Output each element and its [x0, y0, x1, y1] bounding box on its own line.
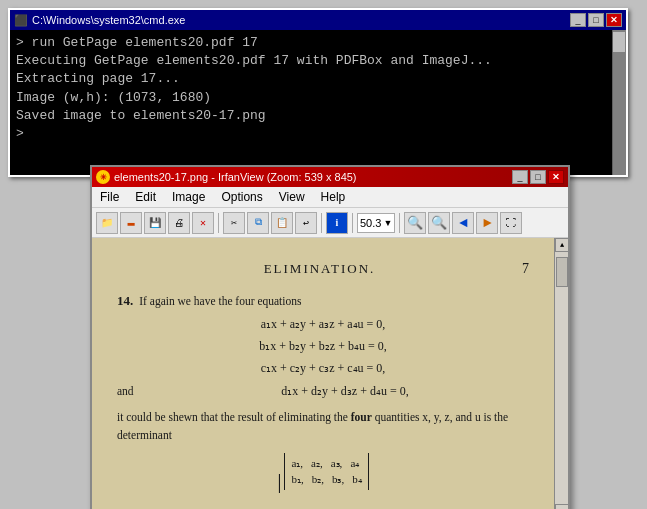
- irfan-app-icon: ✳: [96, 170, 110, 184]
- page-content: ELIMINATION. 7 14. If again we have the …: [92, 238, 554, 509]
- copy-button[interactable]: ⧉: [247, 212, 269, 234]
- undo-button[interactable]: ↩: [295, 212, 317, 234]
- cmd-scrollbar-thumb: [613, 32, 625, 52]
- irfan-minimize-button[interactable]: _: [512, 170, 528, 184]
- irfan-vscrollbar[interactable]: ▲ ▼: [554, 238, 568, 509]
- det-left-bracket: |: [277, 468, 281, 493]
- det-cell-a3: a₃,: [331, 455, 343, 472]
- det-row-1: a₁, a₂, a₃, a₄: [291, 455, 361, 472]
- info-button[interactable]: i: [326, 212, 348, 234]
- page-header: ELIMINATION. 7: [117, 258, 529, 279]
- cmd-title: C:\Windows\system32\cmd.exe: [32, 14, 185, 26]
- body-text-1: it could be shewn that the result of eli…: [117, 411, 348, 423]
- cmd-titlebar-buttons: _ □ ✕: [570, 13, 622, 27]
- undo-icon: ↩: [303, 217, 309, 229]
- equation-4: d₁x + d₂y + d₃z + d₄u = 0,: [161, 382, 529, 400]
- zoom-out-icon: 🔍: [431, 215, 447, 231]
- det-cell-a4: a₄: [350, 455, 359, 472]
- paste-button[interactable]: 📋: [271, 212, 293, 234]
- vscroll-track: [555, 252, 568, 504]
- zoom-box: 50.3 ▼: [357, 213, 395, 233]
- vscroll-down-button[interactable]: ▼: [555, 504, 568, 509]
- cut-button[interactable]: ✂: [223, 212, 245, 234]
- print-button[interactable]: 🖨: [168, 212, 190, 234]
- irfan-maximize-button[interactable]: □: [530, 170, 546, 184]
- prev-button[interactable]: ◄: [452, 212, 474, 234]
- cmd-line-4: Image (w,h): (1073, 1680): [16, 89, 620, 107]
- cmd-content: > run GetPage elements20.pdf 17 Executin…: [10, 30, 626, 175]
- irfan-toolbar: 📁 ▬ 💾 🖨 ✕ ✂ ⧉ 📋 ↩ i 5: [92, 208, 568, 238]
- irfan-close-button[interactable]: ✕: [548, 170, 564, 184]
- and-equation-row: and d₁x + d₂y + d₃z + d₄u = 0,: [117, 381, 529, 402]
- irfan-image-content: ELIMINATION. 7 14. If again we have the …: [92, 238, 554, 509]
- page-header-title: ELIMINATION.: [264, 259, 376, 279]
- vscroll-thumb[interactable]: [556, 257, 568, 287]
- cmd-window: ⬛ C:\Windows\system32\cmd.exe _ □ ✕ > ru…: [8, 8, 628, 177]
- problem-header: 14. If again we have the four equations: [117, 291, 529, 311]
- next-button[interactable]: ►: [476, 212, 498, 234]
- zoom-in-button[interactable]: 🔍: [404, 212, 426, 234]
- cmd-minimize-button[interactable]: _: [570, 13, 586, 27]
- cmd-titlebar-left: ⬛ C:\Windows\system32\cmd.exe: [14, 14, 185, 27]
- body-bold: four: [351, 411, 372, 423]
- fullscreen-button[interactable]: ⛶: [500, 212, 522, 234]
- det-cell-b2: b₂,: [312, 471, 324, 488]
- menu-file[interactable]: File: [96, 189, 123, 205]
- film-icon: ▬: [127, 216, 134, 230]
- delete-icon: ✕: [200, 217, 206, 229]
- left-arrow-icon: ◄: [459, 215, 467, 231]
- and-text: and: [117, 383, 157, 400]
- toolbar-sep-2: [321, 213, 322, 233]
- zoom-out-button[interactable]: 🔍: [428, 212, 450, 234]
- equation-2: b₁x + b₂y + b₂z + b₄u = 0,: [117, 337, 529, 355]
- cmd-scrollbar[interactable]: [612, 30, 626, 175]
- open-button[interactable]: 📁: [96, 212, 118, 234]
- problem-number: 14.: [117, 291, 133, 311]
- cmd-line-3: Extracting page 17...: [16, 70, 620, 88]
- slideshow-button[interactable]: ▬: [120, 212, 142, 234]
- vscroll-up-button[interactable]: ▲: [555, 238, 568, 252]
- cmd-titlebar: ⬛ C:\Windows\system32\cmd.exe _ □ ✕: [10, 10, 626, 30]
- info-icon: i: [336, 217, 339, 228]
- irfan-titlebar-left: ✳ elements20-17.png - IrfanView (Zoom: 5…: [96, 170, 357, 184]
- menu-help[interactable]: Help: [317, 189, 350, 205]
- save-button[interactable]: 💾: [144, 212, 166, 234]
- toolbar-sep-4: [399, 213, 400, 233]
- cut-icon: ✂: [231, 217, 237, 229]
- determinant-block: | a₁, a₂, a₃, a₄ b₁, b₂, b₃, b₄: [117, 453, 529, 492]
- irfan-window: ✳ elements20-17.png - IrfanView (Zoom: 5…: [90, 165, 570, 509]
- zoom-dropdown-arrow[interactable]: ▼: [383, 218, 392, 228]
- print-icon: 🖨: [174, 217, 184, 229]
- irfan-titlebar: ✳ elements20-17.png - IrfanView (Zoom: 5…: [92, 167, 568, 187]
- right-arrow-icon: ►: [483, 215, 491, 231]
- cmd-prompt: >: [16, 125, 620, 143]
- cmd-line-2: Executing GetPage elements20.pdf 17 with…: [16, 52, 620, 70]
- cmd-line-1: > run GetPage elements20.pdf 17: [16, 34, 620, 52]
- paste-icon: 📋: [276, 217, 288, 229]
- menu-options[interactable]: Options: [217, 189, 266, 205]
- zoom-in-icon: 🔍: [407, 215, 423, 231]
- irfan-title: elements20-17.png - IrfanView (Zoom: 539…: [114, 171, 357, 183]
- det-cell-a1: a₁,: [291, 455, 303, 472]
- irfan-menubar: File Edit Image Options View Help: [92, 187, 568, 208]
- fullscreen-icon: ⛶: [506, 217, 516, 229]
- equation-3: c₁x + c₂y + c₃z + c₄u = 0,: [117, 359, 529, 377]
- cmd-icon: ⬛: [14, 14, 28, 27]
- cmd-close-button[interactable]: ✕: [606, 13, 622, 27]
- zoom-value: 50.3: [360, 217, 381, 229]
- menu-edit[interactable]: Edit: [131, 189, 160, 205]
- det-matrix: a₁, a₂, a₃, a₄ b₁, b₂, b₃, b₄: [284, 453, 368, 490]
- body-text: it could be shewn that the result of eli…: [117, 408, 529, 445]
- copy-icon: ⧉: [255, 217, 262, 228]
- save-icon: 💾: [149, 217, 161, 229]
- menu-image[interactable]: Image: [168, 189, 209, 205]
- cmd-maximize-button[interactable]: □: [588, 13, 604, 27]
- folder-icon: 📁: [101, 217, 113, 229]
- det-row-2: b₁, b₂, b₃, b₄: [291, 471, 361, 488]
- irfan-image-area: ELIMINATION. 7 14. If again we have the …: [92, 238, 568, 509]
- det-cell-a2: a₂,: [311, 455, 323, 472]
- equation-1: a₁x + a₂y + a₃z + a₄u = 0,: [117, 315, 529, 333]
- menu-view[interactable]: View: [275, 189, 309, 205]
- toolbar-sep-3: [352, 213, 353, 233]
- delete-button[interactable]: ✕: [192, 212, 214, 234]
